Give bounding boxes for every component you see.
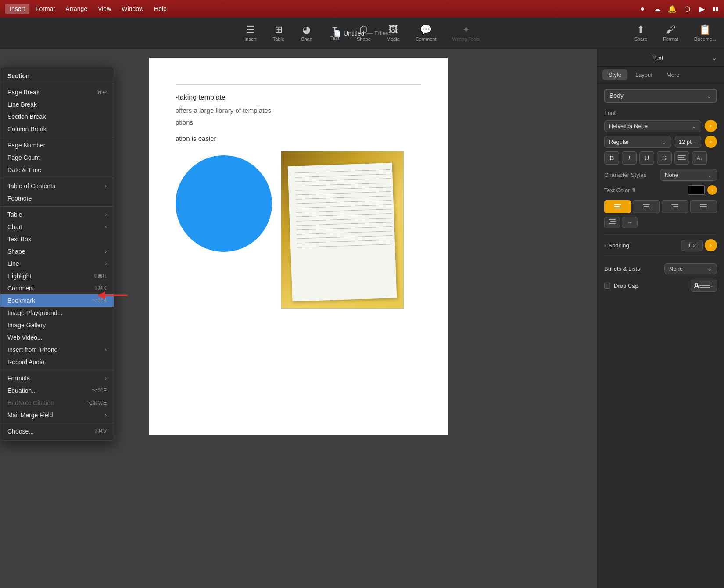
menu-item-section-break[interactable]: Section Break [0,111,114,123]
font-weight-orange-btn[interactable]: › [705,136,717,148]
toolbar-insert-btn[interactable]: ☰ Insert [237,22,265,45]
svg-rect-13 [671,208,678,208]
toolbar-table-btn[interactable]: ⊞ Table [265,22,293,45]
red-arrow [97,289,132,304]
drop-cap-row: Drop Cap A ⌄ [604,280,717,292]
svg-rect-20 [699,283,710,283]
align-justify-btn[interactable] [690,200,717,213]
drop-cap-checkbox[interactable] [604,283,610,289]
menu-item-chart[interactable]: Chart › [0,221,114,233]
menu-item-record-audio[interactable]: Record Audio [0,356,114,368]
menu-item-web-video[interactable]: Web Video... [0,331,114,344]
spacing-value-row: 1.2 › [681,239,717,251]
text-color-swatch[interactable] [688,185,705,195]
font-name-dropdown[interactable]: Helvetica Neue ⌄ [604,120,701,132]
drop-cap-a-icon: A [694,281,699,290]
play-icon: ▶ [698,4,706,13]
menu-item-shape[interactable]: Shape › [0,245,114,258]
spacing-input[interactable]: 1.2 [681,240,703,251]
menu-item-window[interactable]: Window [117,4,148,14]
text-color-controls: › [688,185,717,195]
menu-item-footnote[interactable]: Footnote [0,192,114,204]
char-styles-dropdown[interactable]: None ⌄ [660,169,717,181]
more-format-btn[interactable] [674,151,689,165]
svg-rect-11 [671,204,678,205]
menu-item-section[interactable]: Section [0,70,114,82]
italic-btn[interactable]: I [622,151,637,165]
text-effects-btn[interactable]: A› [692,151,707,165]
bullets-dropdown[interactable]: None ⌄ [664,263,717,274]
bold-btn[interactable]: B [604,151,619,165]
menu-item-choose[interactable]: Choose... ⇧⌘V [0,425,114,437]
svg-rect-7 [614,208,621,208]
menu-item-textbox[interactable]: Text Box [0,233,114,245]
battery-icon: ▮▮ [713,6,719,12]
font-weight-dropdown[interactable]: Regular ⌄ [604,136,671,148]
tab-layout[interactable]: Layout [629,69,659,80]
align-right-btn[interactable] [662,200,688,213]
menu-item-view[interactable]: View [93,4,115,14]
font-name-orange-btn[interactable]: › [705,120,717,132]
svg-rect-3 [678,157,684,158]
toolbar-format-btn[interactable]: 🖌 Format [655,22,686,45]
toolbar-comment-btn[interactable]: 💬 Comment [408,22,444,45]
menu-item-format[interactable]: Format [31,4,59,14]
panel-title: Text [604,54,711,61]
align-left-btn[interactable] [604,200,631,213]
svg-rect-9 [644,206,649,207]
menu-item-insert-from-iphone[interactable]: Insert from iPhone › [0,344,114,356]
menu-item-column-break[interactable]: Column Break [0,123,114,135]
dropdown-overlay: Section Page Break ⌘↩ Line Break Section… [0,49,597,588]
bullets-value: None [669,265,683,272]
menu-item-equation[interactable]: Equation... ⌥⌘E [0,384,114,397]
tab-more[interactable]: More [660,69,686,80]
menu-item-insert[interactable]: Insert [5,4,29,14]
menu-item-page-break[interactable]: Page Break ⌘↩ [0,86,114,98]
chart-icon: ◕ [302,25,311,35]
menu-item-mail-merge[interactable]: Mail Merge Field › [0,409,114,421]
svg-rect-17 [609,219,616,220]
toolbar-document-btn[interactable]: 📋 Docume... [686,22,724,45]
font-size-box[interactable]: 12 pt ⌄ [675,136,701,148]
line-arrow: › [105,261,107,267]
shape-arrow: › [105,248,107,255]
menu-item-arrange[interactable]: Arrange [61,4,92,14]
menu-item-line[interactable]: Line › [0,258,114,270]
font-weight-row: Regular ⌄ 12 pt ⌄ › [604,136,717,148]
toolbar-right: ⬆ Share 🖌 Format 📋 Docume... [627,22,724,45]
spacing-orange-btn[interactable]: › [705,239,717,251]
comment-icon: 💬 [420,25,432,35]
indent-list-btn[interactable] [604,217,620,228]
panel-chevron-icon[interactable]: ⌄ [711,54,717,62]
strikethrough-btn[interactable]: S [657,151,672,165]
indent-increase-btn[interactable]: → [622,217,638,228]
underline-btn[interactable]: U [639,151,654,165]
menu-item-toc[interactable]: Table of Contents › [0,180,114,192]
menu-divider-4 [0,206,114,207]
chart-label: Chart [301,36,313,42]
menu-item-page-count[interactable]: Page Count [0,151,114,164]
menu-item-line-break[interactable]: Line Break [0,98,114,111]
menu-item-date-time[interactable]: Date & Time [0,164,114,176]
menu-item-image-gallery[interactable]: Image Gallery [0,319,114,331]
align-center-btn[interactable] [633,200,659,213]
toolbar-share-btn[interactable]: ⬆ Share [627,22,655,45]
menu-item-highlight[interactable]: Highlight ⇧⌘H [0,270,114,282]
tab-style[interactable]: Style [602,69,627,80]
toolbar-chart-btn[interactable]: ◕ Chart [293,22,321,45]
chart-arrow: › [105,224,107,230]
menu-item-image-playground[interactable]: Image Playground... [0,307,114,319]
table-label: Table [273,36,284,42]
menu-item-page-number[interactable]: Page Number [0,139,114,151]
text-color-orange-btn[interactable]: › [707,185,717,195]
svg-rect-8 [643,204,650,205]
insert-dropdown-menu: Section Page Break ⌘↩ Line Break Section… [0,67,114,441]
panel-header: Text ⌄ [597,49,724,67]
menu-item-table[interactable]: Table › [0,208,114,221]
style-dropdown[interactable]: Body ⌄ [604,89,717,103]
right-panel: Text ⌄ Style Layout More Body ⌄ Font Hel… [597,49,724,588]
toolbar-writing-btn[interactable]: ✦ Writing Tools [444,22,487,45]
shape-label: Shape [357,36,371,42]
menu-item-formula[interactable]: Formula › [0,372,114,384]
menu-item-help[interactable]: Help [150,4,171,14]
